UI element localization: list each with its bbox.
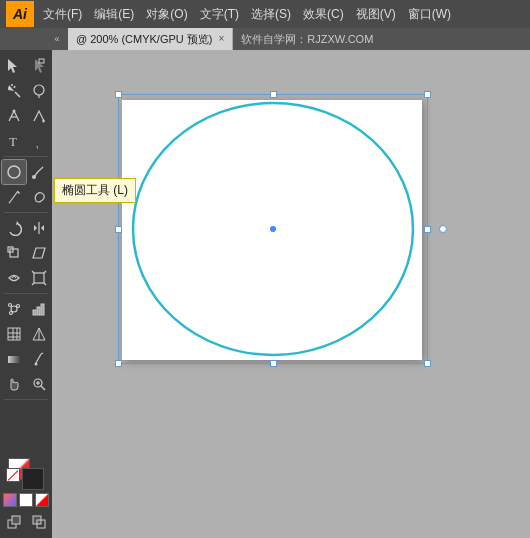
svg-marker-22 — [34, 225, 37, 231]
svg-rect-24 — [10, 249, 18, 257]
svg-point-34 — [16, 305, 19, 308]
svg-line-53 — [41, 386, 45, 390]
shear-tool[interactable] — [27, 241, 51, 265]
free-transform-tool[interactable] — [27, 266, 51, 290]
mesh-tool[interactable] — [2, 322, 26, 346]
type-tool[interactable]: T — [2, 129, 26, 153]
color-mode-color[interactable] — [3, 493, 17, 507]
symbol-sprayer-tool[interactable] — [2, 297, 26, 321]
menu-view[interactable]: 视图(V) — [351, 4, 401, 25]
svg-rect-37 — [37, 307, 40, 315]
select-tool[interactable] — [2, 54, 26, 78]
tool-row-pen — [0, 104, 52, 128]
svg-rect-38 — [41, 304, 44, 315]
gradient-tool[interactable] — [2, 347, 26, 371]
tool-row-gradient — [0, 347, 52, 371]
svg-line-18 — [10, 191, 18, 202]
magic-wand-tool[interactable] — [2, 79, 26, 103]
arrange-above-button[interactable] — [27, 510, 51, 534]
menu-object[interactable]: 对象(O) — [141, 4, 192, 25]
tool-row-select — [0, 54, 52, 78]
menu-bar: 文件(F) 编辑(E) 对象(O) 文字(T) 选择(S) 效果(C) 视图(V… — [38, 4, 524, 25]
tool-row-scale — [0, 241, 52, 265]
color-mode-diagonal[interactable] — [35, 493, 49, 507]
pencil-tool[interactable] — [2, 185, 26, 209]
separator-color — [4, 399, 48, 400]
tool-row-shape — [0, 160, 52, 184]
svg-point-8 — [34, 85, 44, 95]
artboard — [122, 100, 422, 360]
eyedropper-tool[interactable] — [27, 347, 51, 371]
svg-line-31 — [44, 283, 46, 285]
tool-row-hand — [0, 372, 52, 396]
svg-line-29 — [44, 271, 46, 273]
svg-point-10 — [12, 110, 15, 113]
tab-label: @ 200% (CMYK/GPU 预览) — [76, 32, 212, 47]
lasso-tool[interactable] — [27, 79, 51, 103]
svg-line-51 — [41, 353, 43, 354]
svg-point-16 — [8, 166, 20, 178]
svg-text:T: T — [31, 146, 42, 149]
svg-line-3 — [15, 92, 20, 97]
svg-marker-23 — [41, 225, 44, 231]
svg-rect-2 — [39, 59, 44, 63]
menu-window[interactable]: 窗口(W) — [403, 4, 456, 25]
vertical-type-tool[interactable]: T — [27, 129, 51, 153]
svg-line-44 — [33, 328, 39, 340]
tool-row-rotate — [0, 216, 52, 240]
canvas-area[interactable] — [52, 50, 530, 538]
add-anchor-tool[interactable] — [27, 104, 51, 128]
svg-rect-39 — [8, 328, 20, 340]
zoom-tool[interactable] — [27, 372, 51, 396]
perspective-grid-tool[interactable] — [27, 322, 51, 346]
svg-marker-0 — [8, 59, 17, 73]
title-bar: Ai 文件(F) 编辑(E) 对象(O) 文字(T) 选择(S) 效果(C) 视… — [0, 0, 530, 28]
direct-select-tool[interactable] — [27, 54, 51, 78]
menu-text[interactable]: 文字(T) — [195, 4, 244, 25]
ellipse-tool[interactable] — [2, 160, 26, 184]
tab-url: 软件自学网：RJZXW.COM — [233, 32, 373, 47]
svg-line-28 — [32, 271, 34, 273]
blob-brush-tool[interactable] — [27, 185, 51, 209]
menu-effect[interactable]: 效果(C) — [298, 4, 349, 25]
tool-row-type: T T — [0, 129, 52, 153]
reflect-tool[interactable] — [27, 216, 51, 240]
warp-tool[interactable] — [2, 266, 26, 290]
panels-collapse-button[interactable]: « — [50, 28, 64, 50]
svg-point-50 — [34, 363, 37, 366]
tool-row-mesh — [0, 322, 52, 346]
color-mode-white[interactable] — [19, 493, 33, 507]
svg-text:T: T — [9, 134, 17, 149]
paintbrush-tool[interactable] — [27, 160, 51, 184]
rotate-tool[interactable] — [2, 216, 26, 240]
none-swatch[interactable] — [6, 468, 20, 482]
menu-file[interactable]: 文件(F) — [38, 4, 87, 25]
graph-tool[interactable] — [27, 297, 51, 321]
document-tab[interactable]: @ 200% (CMYK/GPU 预览) × — [68, 28, 233, 50]
svg-point-33 — [8, 304, 11, 307]
svg-point-17 — [32, 175, 36, 179]
main-area: T T — [0, 50, 530, 538]
tab-bar: « @ 200% (CMYK/GPU 预览) × 软件自学网：RJZXW.COM — [0, 28, 530, 50]
tool-row-warp — [0, 266, 52, 290]
svg-rect-48 — [8, 356, 20, 363]
svg-marker-26 — [33, 248, 45, 258]
tool-row-graph — [0, 297, 52, 321]
scale-tool[interactable] — [2, 241, 26, 265]
toolbar: T T — [0, 50, 52, 538]
hand-tool[interactable] — [2, 372, 26, 396]
color-area — [0, 458, 52, 538]
menu-edit[interactable]: 编辑(E) — [89, 4, 139, 25]
menu-select[interactable]: 选择(S) — [246, 4, 296, 25]
svg-line-7 — [14, 86, 15, 88]
svg-rect-36 — [33, 310, 36, 315]
pen-tool[interactable] — [2, 104, 26, 128]
arrange-below-button[interactable] — [2, 510, 26, 534]
color-mode-row — [3, 493, 49, 507]
app-logo: Ai — [6, 1, 34, 27]
svg-point-35 — [9, 312, 12, 315]
stroke-swatch[interactable] — [22, 468, 44, 490]
svg-rect-57 — [12, 516, 20, 524]
tab-close-button[interactable]: × — [218, 34, 224, 44]
tool-row-wand — [0, 79, 52, 103]
